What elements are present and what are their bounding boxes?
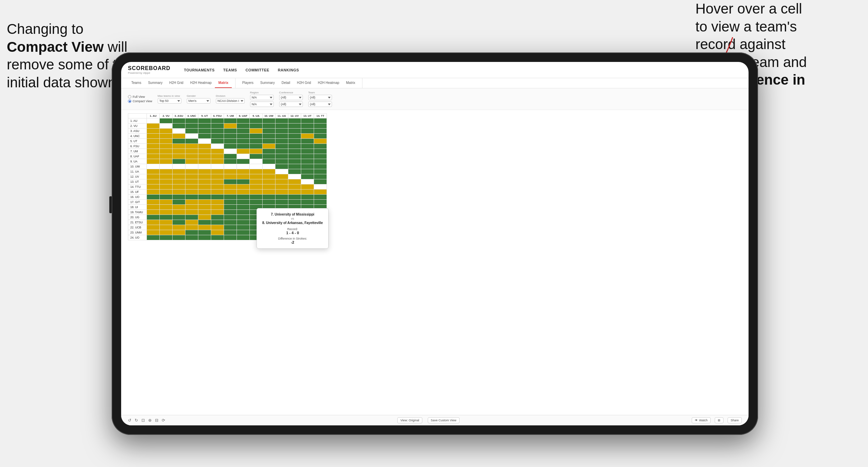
matrix-cell[interactable]	[185, 149, 198, 154]
matrix-cell[interactable]	[224, 159, 237, 164]
matrix-cell[interactable]	[288, 129, 301, 134]
matrix-cell[interactable]	[288, 190, 301, 195]
matrix-cell[interactable]	[237, 225, 250, 230]
filter-icon[interactable]: ⊡	[141, 418, 145, 423]
matrix-cell[interactable]	[185, 210, 198, 215]
matrix-cell[interactable]	[147, 235, 160, 240]
matrix-cell[interactable]	[263, 169, 275, 174]
matrix-cell[interactable]	[224, 200, 237, 205]
matrix-cell[interactable]	[263, 129, 275, 134]
matrix-cell[interactable]	[250, 184, 263, 190]
sub-nav-players[interactable]: Players	[239, 78, 257, 88]
matrix-content[interactable]: 1. AU 2. VU 3. ASU 4. UNC 5. UT 6. FSU 7…	[121, 110, 749, 415]
matrix-cell[interactable]	[147, 200, 160, 205]
matrix-cell[interactable]	[173, 118, 185, 124]
matrix-cell[interactable]	[237, 235, 250, 240]
matrix-cell[interactable]	[198, 159, 211, 164]
matrix-cell[interactable]	[211, 205, 224, 210]
matrix-cell[interactable]	[250, 169, 263, 174]
matrix-cell[interactable]	[198, 225, 211, 230]
matrix-cell[interactable]	[250, 195, 263, 200]
matrix-cell[interactable]	[198, 174, 211, 179]
sub-nav-summary1[interactable]: Summary	[144, 78, 166, 88]
matrix-cell[interactable]	[237, 144, 250, 149]
matrix-cell[interactable]	[275, 149, 288, 154]
matrix-cell[interactable]	[198, 235, 211, 240]
matrix-cell[interactable]	[185, 134, 198, 139]
matrix-cell[interactable]	[185, 139, 198, 144]
matrix-cell[interactable]	[211, 124, 224, 129]
matrix-cell[interactable]	[301, 174, 314, 179]
sub-nav-h2hheatmap2[interactable]: H2H Heatmap	[314, 78, 342, 88]
matrix-cell[interactable]	[173, 230, 185, 235]
matrix-cell[interactable]	[288, 159, 301, 164]
matrix-cell[interactable]	[275, 169, 288, 174]
matrix-cell[interactable]	[147, 174, 160, 179]
matrix-cell[interactable]	[314, 190, 327, 195]
matrix-cell[interactable]	[301, 200, 314, 205]
matrix-cell[interactable]	[288, 179, 301, 184]
matrix-cell[interactable]	[173, 164, 185, 169]
matrix-cell[interactable]	[147, 164, 160, 169]
matrix-cell[interactable]	[185, 169, 198, 174]
matrix-cell[interactable]	[160, 154, 173, 159]
team-select[interactable]: (All)	[308, 95, 332, 100]
matrix-cell[interactable]	[237, 164, 250, 169]
matrix-cell[interactable]	[147, 225, 160, 230]
zoom-reset-icon[interactable]: ⊟	[155, 418, 158, 423]
view-original-button[interactable]: View: Original	[397, 417, 422, 423]
matrix-cell[interactable]	[224, 225, 237, 230]
matrix-cell[interactable]	[263, 124, 275, 129]
matrix-cell[interactable]	[147, 205, 160, 210]
matrix-cell[interactable]	[185, 118, 198, 124]
matrix-cell[interactable]	[173, 235, 185, 240]
matrix-cell[interactable]	[198, 205, 211, 210]
matrix-cell[interactable]	[263, 174, 275, 179]
matrix-cell[interactable]	[301, 118, 314, 124]
matrix-cell[interactable]	[147, 118, 160, 124]
matrix-cell[interactable]	[173, 225, 185, 230]
matrix-cell[interactable]	[314, 174, 327, 179]
matrix-cell[interactable]	[160, 144, 173, 149]
matrix-cell[interactable]	[263, 184, 275, 190]
matrix-cell[interactable]	[198, 129, 211, 134]
watch-button[interactable]: 👁 Watch	[692, 417, 711, 423]
matrix-cell[interactable]	[301, 164, 314, 169]
matrix-cell[interactable]	[314, 200, 327, 205]
matrix-cell[interactable]	[301, 184, 314, 190]
matrix-cell[interactable]	[301, 124, 314, 129]
matrix-cell[interactable]	[237, 200, 250, 205]
matrix-cell[interactable]	[263, 118, 275, 124]
matrix-cell[interactable]	[301, 190, 314, 195]
matrix-cell[interactable]	[160, 139, 173, 144]
matrix-cell[interactable]	[314, 124, 327, 129]
matrix-cell[interactable]	[160, 235, 173, 240]
matrix-cell[interactable]	[147, 144, 160, 149]
matrix-cell[interactable]	[173, 139, 185, 144]
matrix-cell[interactable]	[185, 144, 198, 149]
matrix-cell[interactable]	[160, 195, 173, 200]
matrix-cell[interactable]	[288, 124, 301, 129]
matrix-cell[interactable]	[160, 124, 173, 129]
save-custom-button[interactable]: Save Custom View	[428, 417, 460, 423]
matrix-cell[interactable]	[160, 164, 173, 169]
matrix-cell[interactable]	[160, 215, 173, 220]
matrix-cell[interactable]	[263, 200, 275, 205]
matrix-cell[interactable]	[160, 200, 173, 205]
matrix-cell[interactable]	[275, 179, 288, 184]
matrix-cell[interactable]	[160, 210, 173, 215]
matrix-cell[interactable]	[314, 129, 327, 134]
matrix-cell[interactable]	[275, 134, 288, 139]
matrix-cell[interactable]	[314, 164, 327, 169]
sub-nav-summary2[interactable]: Summary	[257, 78, 278, 88]
matrix-cell[interactable]	[185, 195, 198, 200]
matrix-cell[interactable]	[275, 139, 288, 144]
matrix-cell[interactable]	[147, 169, 160, 174]
matrix-cell[interactable]	[288, 118, 301, 124]
zoom-in-icon[interactable]: ⊕	[148, 418, 152, 423]
matrix-cell[interactable]	[237, 159, 250, 164]
view-option-full[interactable]: Full View	[128, 95, 152, 98]
matrix-cell[interactable]	[185, 184, 198, 190]
matrix-cell[interactable]	[160, 230, 173, 235]
matrix-cell[interactable]	[224, 134, 237, 139]
